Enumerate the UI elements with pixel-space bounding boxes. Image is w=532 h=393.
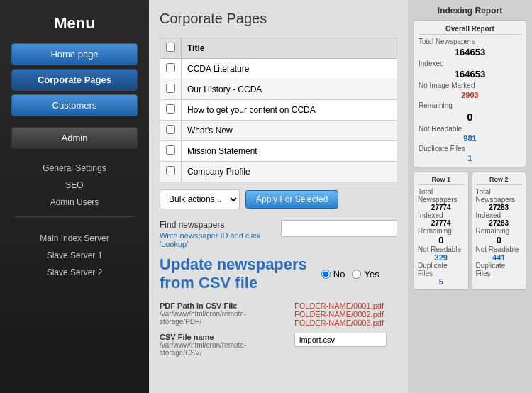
csv-file-label-col: CSV File name /var/www/html/cron/remote-… <box>160 333 287 357</box>
row1-not-readable-val[interactable]: 329 <box>418 253 465 262</box>
table-row: Mission Statement <box>160 141 397 162</box>
radio-yes-option[interactable]: Yes <box>352 269 379 279</box>
report-card-row2: Row 2 Total Newspapers 27283 Indexed 272… <box>472 172 527 290</box>
row-checkbox-2[interactable] <box>166 104 175 114</box>
main-content: Corporate Pages Title CCDA Literature <box>149 0 532 393</box>
total-newspapers-key: Total Newspapers <box>419 38 475 45</box>
csv-file-label: CSV File name <box>160 333 287 341</box>
pages-table: Title CCDA Literature Our History - CCDA <box>160 38 397 182</box>
sidebar-link-seo[interactable]: SEO <box>0 177 149 194</box>
remaining-row: Remaining <box>419 101 521 109</box>
row1-remaining-val: 0 <box>418 235 465 245</box>
no-image-val[interactable]: 2903 <box>419 91 521 99</box>
sidebar-link-slave2[interactable]: Slave Server 2 <box>0 264 149 281</box>
table-cell-4: Mission Statement <box>182 141 397 162</box>
update-title: Update newspapersfrom CSV file <box>160 255 307 293</box>
radio-no[interactable] <box>321 270 331 279</box>
sidebar-server-section: Main Index Server Slave Server 1 Slave S… <box>0 230 149 281</box>
row2-total-val: 27283 <box>476 204 523 211</box>
report-title: Indexing Report <box>414 6 526 16</box>
table-header-checkbox <box>160 38 182 59</box>
row1-indexed-val: 27774 <box>418 219 465 227</box>
table-cell-1: Our History - CCDA <box>182 79 397 100</box>
find-newspapers-input[interactable] <box>281 220 397 237</box>
row2-total-key: Total Newspapers <box>476 188 523 204</box>
row-checkbox-1[interactable] <box>166 84 175 93</box>
radio-group: No Yes <box>321 269 379 279</box>
bulk-actions-select[interactable]: Bulk actions... <box>160 189 240 209</box>
row-checkbox-5[interactable] <box>166 166 175 175</box>
sidebar-btn-home[interactable]: Home page <box>11 43 138 65</box>
row2-remaining-key: Remaining <box>476 227 523 235</box>
row1-title: Row 1 <box>418 176 465 185</box>
csv-file-row: CSV File name /var/www/html/cron/remote-… <box>160 333 397 357</box>
table-row: Our History - CCDA <box>160 79 397 100</box>
row2-title: Row 2 <box>476 176 523 185</box>
row2-duplicate-key: Duplicate Files <box>476 262 523 277</box>
no-image-row: No Image Marked <box>419 82 521 89</box>
csv-pdf-label-col: PDF Path in CSV File /var/www/html/cron/… <box>160 301 287 326</box>
find-newspapers-section: Find newspapers Write newspaper ID and c… <box>160 220 397 248</box>
total-newspapers-row: Total Newspapers <box>419 38 521 45</box>
indexed-row: Indexed <box>419 60 521 67</box>
apply-btn[interactable]: Apply For Selected <box>245 190 338 209</box>
page-title: Corporate Pages <box>160 11 397 27</box>
radio-no-label: No <box>333 269 345 279</box>
sidebar-link-main-index[interactable]: Main Index Server <box>0 230 149 247</box>
find-newspapers-label: Find newspapers <box>160 220 274 230</box>
table-header-title: Title <box>182 38 397 59</box>
remaining-val: 0 <box>419 111 521 123</box>
row1-total-val: 27774 <box>418 204 465 211</box>
center-panel: Corporate Pages Title CCDA Literature <box>149 0 408 393</box>
row2-indexed-val: 27283 <box>476 219 523 227</box>
csv-pdf-label: PDF Path in CSV File <box>160 301 287 310</box>
find-newspapers-left: Find newspapers Write newspaper ID and c… <box>160 220 274 248</box>
csv-section: PDF Path in CSV File /var/www/html/cron/… <box>160 301 397 357</box>
not-readable-val[interactable]: 981 <box>419 134 521 143</box>
duplicate-key: Duplicate Files <box>419 145 465 153</box>
select-all-checkbox[interactable] <box>166 43 175 52</box>
overall-report-title: Overall Report <box>419 25 521 35</box>
no-image-key: No Image Marked <box>419 82 475 89</box>
indexed-val: 164653 <box>419 69 521 79</box>
sidebar-link-admin-users[interactable]: Admin Users <box>0 194 149 211</box>
not-readable-row: Not Readable <box>419 125 521 133</box>
row-checkbox-0[interactable] <box>166 63 175 72</box>
row1-duplicate-val[interactable]: 5 <box>418 277 465 286</box>
row2-indexed-key: Indexed <box>476 211 523 219</box>
content-area: Corporate Pages Title CCDA Literature <box>149 0 532 393</box>
sidebar-link-general-settings[interactable]: General Settings <box>0 160 149 177</box>
row-checkbox-3[interactable] <box>166 125 175 134</box>
remaining-key: Remaining <box>419 101 453 109</box>
row2-not-readable-key: Not Readable <box>476 245 523 253</box>
table-row: How to get your content on CCDA <box>160 100 397 121</box>
table-cell-0: CCDA Literature <box>182 59 397 79</box>
table-row: Company Profile <box>160 162 397 182</box>
row2-remaining-val: 0 <box>476 235 523 245</box>
sidebar-link-slave1[interactable]: Slave Server 1 <box>0 247 149 264</box>
csv-file-input[interactable] <box>294 333 387 347</box>
csv-pdf-values: FOLDER-NAME/0001.pdfFOLDER-NAME/0002.pdf… <box>294 301 384 327</box>
row1-not-readable-key: Not Readable <box>418 245 465 253</box>
sidebar-btn-corporate[interactable]: Corporate Pages <box>11 69 138 91</box>
sidebar-btn-admin[interactable]: Admin <box>11 127 138 149</box>
bulk-actions-row: Bulk actions... Apply For Selected <box>160 189 397 209</box>
total-newspapers-val: 164653 <box>419 47 521 57</box>
row-checkbox-4[interactable] <box>166 145 175 155</box>
row2-not-readable-val[interactable]: 441 <box>476 253 523 262</box>
sidebar-btn-customers[interactable]: Customers <box>11 94 138 116</box>
radio-yes[interactable] <box>352 270 361 279</box>
csv-pdf-row: PDF Path in CSV File /var/www/html/cron/… <box>160 301 397 327</box>
radio-no-option[interactable]: No <box>321 269 345 279</box>
csv-pdf-path: /var/www/html/cron/remote-storage/PDF/ <box>160 310 287 326</box>
sub-report-cards: Row 1 Total Newspapers 27774 Indexed 277… <box>414 172 526 290</box>
table-row: What's New <box>160 121 397 141</box>
duplicate-val[interactable]: 1 <box>419 154 521 162</box>
find-newspapers-row: Find newspapers Write newspaper ID and c… <box>160 220 397 248</box>
row1-duplicate-key: Duplicate Files <box>418 262 465 277</box>
find-newspapers-link[interactable]: Write newspaper ID and click 'Lookup' <box>160 231 274 248</box>
not-readable-key: Not Readable <box>419 125 462 133</box>
table-cell-3: What's New <box>182 121 397 141</box>
right-panel: Indexing Report Overall Report Total New… <box>408 0 532 393</box>
duplicate-row: Duplicate Files <box>419 145 521 153</box>
